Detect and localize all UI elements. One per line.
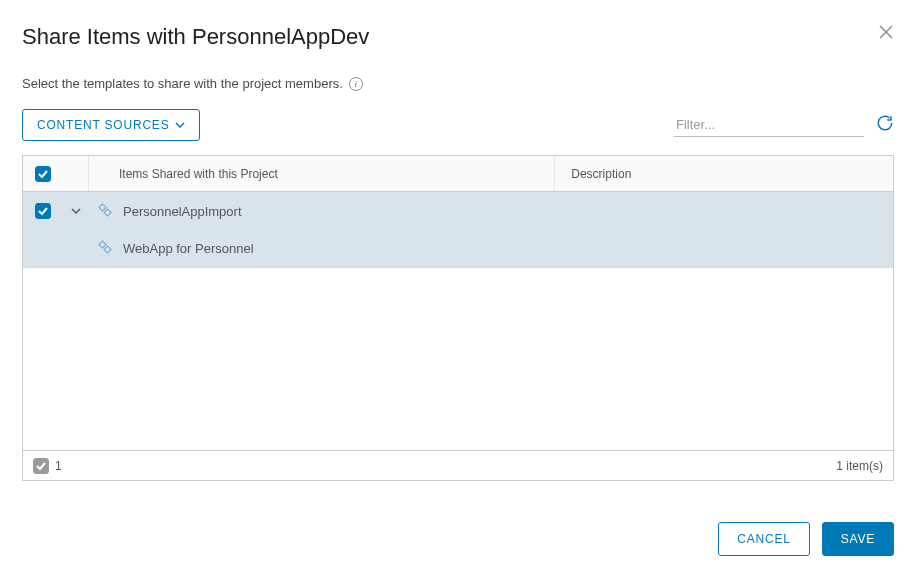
dialog-subtitle: Select the templates to share with the p… (22, 76, 894, 91)
chevron-down-icon (175, 120, 185, 130)
save-button[interactable]: SAVE (822, 522, 894, 556)
row-name: WebApp for Personnel (123, 241, 254, 256)
info-icon[interactable]: i (349, 77, 363, 91)
table-row[interactable]: WebApp for Personnel (23, 230, 893, 268)
expand-toggle[interactable] (63, 205, 89, 217)
refresh-icon[interactable] (876, 114, 894, 136)
selected-count: 1 (55, 459, 62, 473)
content-sources-dropdown[interactable]: CONTENT SOURCES (22, 109, 200, 141)
dialog-title: Share Items with PersonnelAppDev (22, 24, 369, 50)
svg-rect-4 (99, 241, 106, 248)
footer-checkbox[interactable] (33, 458, 49, 474)
col-header-description[interactable]: Description (555, 156, 893, 191)
table-row[interactable]: PersonnelAppImport (23, 192, 893, 230)
row-name: PersonnelAppImport (123, 204, 242, 219)
close-icon[interactable] (878, 24, 894, 44)
table-header: Items Shared with this Project Descripti… (23, 156, 893, 192)
items-table: Items Shared with this Project Descripti… (22, 155, 894, 481)
svg-rect-2 (99, 203, 106, 210)
blueprint-icon (97, 202, 113, 221)
table-footer: 1 1 item(s) (23, 450, 893, 480)
svg-rect-3 (104, 208, 111, 215)
row-checkbox[interactable] (35, 203, 51, 219)
col-header-items[interactable]: Items Shared with this Project (89, 156, 555, 191)
cancel-button[interactable]: CANCEL (718, 522, 809, 556)
svg-rect-5 (104, 246, 111, 253)
subtitle-text: Select the templates to share with the p… (22, 76, 343, 91)
blueprint-icon (97, 239, 113, 258)
select-all-checkbox[interactable] (35, 166, 51, 182)
filter-input[interactable] (674, 113, 864, 137)
item-count: 1 item(s) (836, 459, 883, 473)
content-sources-label: CONTENT SOURCES (37, 118, 169, 132)
chevron-down-icon (70, 205, 82, 217)
